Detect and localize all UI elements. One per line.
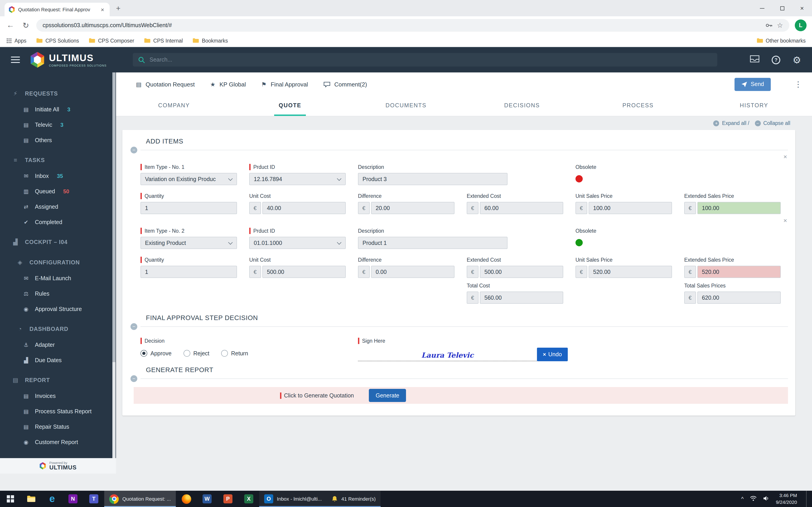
taskbar-word[interactable]: W [197,491,217,507]
sidebar-item-completed[interactable]: ✔ Completed [0,215,116,230]
tab-history[interactable]: HISTORY [696,96,812,116]
signature-area[interactable]: Laura Televic [358,351,537,361]
profile-avatar[interactable]: L [795,19,807,31]
expand-all-icon[interactable]: + [713,120,719,126]
bookmark-folder-cps-internal[interactable]: CPS Internal [144,38,183,43]
collapse-section-icon[interactable]: − [131,375,137,382]
window-minimize-button[interactable] [752,0,772,16]
undo-button[interactable]: × Undo [537,348,568,361]
product-id-select[interactable]: 12.16.7894 [249,173,346,185]
speaker-icon[interactable] [763,495,770,503]
extended-cost-input[interactable] [480,202,563,214]
sidebar-item-process-status-report[interactable]: ▤ Process Status Report [0,404,116,419]
refresh-button[interactable]: ↻ [21,20,31,30]
sidebar-item-due-dates[interactable]: ▟ Due Dates [0,353,116,368]
extended-sales-price-input[interactable] [697,202,781,214]
help-icon[interactable]: ? [772,55,780,64]
collapse-section-icon[interactable]: − [131,323,137,330]
taskbar-powerpoint[interactable]: P [217,491,238,507]
sidebar-item-initiate-all[interactable]: ▤ Initiate All 3 [0,102,116,117]
tab-quote[interactable]: QUOTE [232,96,348,116]
radio-return[interactable]: Return [221,350,248,357]
sidebar-item-repair-status[interactable]: ▤ Repair Status [0,419,116,435]
taskbar-teams[interactable]: T [83,491,104,507]
window-maximize-button[interactable] [772,0,792,16]
expand-all-link[interactable]: Expand all / [722,120,749,126]
taskbar-excel[interactable]: X [238,491,259,507]
unit-cost-input[interactable] [262,202,346,214]
sidebar-item-email-launch[interactable]: ✉ E-Mail Launch [0,271,116,286]
sidebar-item-rules[interactable]: ⚖ Rules [0,286,116,301]
tab-decisions[interactable]: DECISIONS [464,96,580,116]
sidebar-item-customer-report[interactable]: ◉ Customer Report [0,435,116,450]
taskbar-clock[interactable]: 3:46 PM 9/24/2020 [776,492,797,506]
send-button[interactable]: Send [734,78,771,91]
back-button[interactable]: ← [5,21,15,30]
wifi-icon[interactable] [750,495,757,503]
apps-shortcut[interactable]: Apps [6,38,26,43]
tab-company[interactable]: COMPANY [116,96,232,116]
difference-input[interactable] [371,266,454,278]
radio-reject[interactable]: Reject [183,350,209,357]
collapse-section-icon[interactable]: − [131,147,137,154]
more-options-icon[interactable]: ⋮ [794,79,802,89]
taskbar-onenote[interactable]: N [62,491,83,507]
extended-cost-input[interactable] [480,266,563,278]
collapse-all-link[interactable]: Collapse all [763,120,790,126]
hamburger-menu-icon[interactable] [11,57,20,63]
product-id-select[interactable]: 01.01.1000 [249,237,346,249]
global-search[interactable] [133,53,717,66]
show-desktop-button[interactable] [806,491,808,507]
crumb-process[interactable]: ▤ Quotation Request [136,81,195,88]
tray-expand-icon[interactable]: ^ [741,496,744,502]
radio-approve[interactable]: Approve [141,350,171,357]
taskbar-chrome-window[interactable]: Quotation Request: ... [104,491,176,507]
sidebar-item-queued[interactable]: ▥ Queued 50 [0,184,116,199]
item-remove-icon[interactable]: × [783,217,787,224]
search-input[interactable] [150,57,712,63]
bookmark-folder-cps-composer[interactable]: CPS Composer [89,38,134,43]
sidebar-scrollbar[interactable] [112,72,115,458]
comments-link[interactable]: Comment(2) [323,81,367,88]
sidebar-item-others[interactable]: ▤ Others [0,133,116,148]
browser-tab[interactable]: Quotation Request: Final Approv × [5,3,110,16]
gear-icon[interactable]: ⚙ [793,55,801,64]
other-bookmarks[interactable]: Other bookmarks [757,38,806,43]
new-tab-button[interactable]: + [116,4,120,13]
password-key-icon[interactable] [766,23,772,27]
sidebar-group-cockpit[interactable]: ▟ COCKPIT – I04 [0,234,116,250]
taskbar-edge[interactable]: e [42,491,62,507]
tab-process[interactable]: PROCESS [580,96,696,116]
address-bar[interactable]: cpssolutions03.ultimuscps.com/UltimusWeb… [36,19,789,32]
collapse-all-icon[interactable]: − [755,120,761,126]
tab-documents[interactable]: DOCUMENTS [348,96,464,116]
bookmark-folder-cps-solutions[interactable]: CPS Solutions [36,38,79,43]
item-type-select[interactable]: Existing Product [141,237,237,249]
item-remove-icon[interactable]: × [783,153,787,160]
extended-sales-price-input[interactable] [697,266,781,278]
difference-input[interactable] [371,202,454,214]
quantity-input[interactable] [141,266,237,278]
tab-close-icon[interactable]: × [99,6,106,13]
sidebar-item-assigned[interactable]: ⇄ Assigned [0,199,116,215]
quantity-input[interactable] [141,202,237,214]
scrollbar-thumb[interactable] [112,72,115,362]
taskbar-reminders-window[interactable]: 41 Reminder(s) [327,491,380,507]
sidebar-item-adapter[interactable]: ⚓ Adapter [0,337,116,353]
sidebar-item-televic[interactable]: ▤ Televic 3 [0,117,116,133]
taskbar-outlook-window[interactable]: O Inbox - lmichl@ulti... [259,491,327,507]
crumb-step[interactable]: ⚑ Final Approval [261,81,308,88]
start-button[interactable] [0,491,21,507]
unit-sales-price-input[interactable] [589,266,672,278]
taskbar-firefox[interactable] [176,491,197,507]
window-close-button[interactable]: × [792,0,812,16]
taskbar-file-explorer[interactable] [21,491,42,507]
generate-button[interactable]: Generate [369,389,406,402]
unit-sales-price-input[interactable] [589,202,672,214]
item-type-select[interactable]: Variation on Existing Produc [141,173,237,185]
total-sales-price-input[interactable] [697,291,781,304]
sidebar-item-invoices[interactable]: ▤ Invoices [0,388,116,404]
bookmark-folder-bookmarks[interactable]: Bookmarks [193,38,228,43]
bookmark-star-icon[interactable]: ☆ [777,21,783,30]
sidebar-item-inbox[interactable]: ✉ Inbox 35 [0,168,116,184]
